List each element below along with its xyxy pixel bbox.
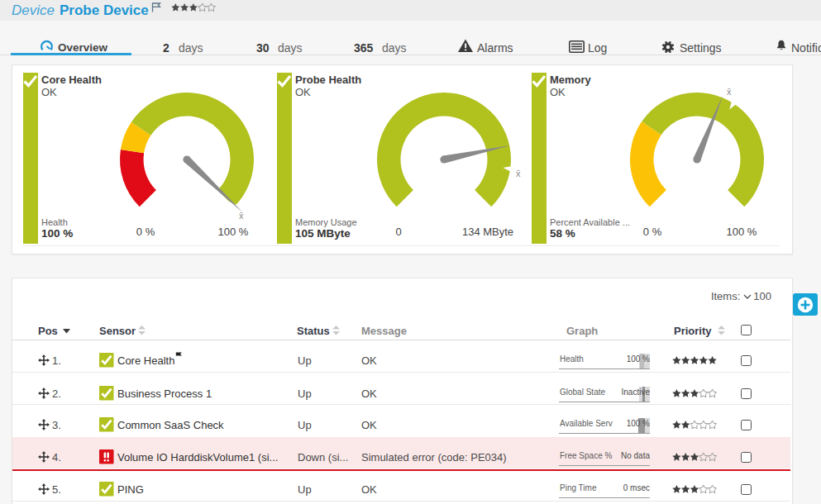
svg-text:x̄: x̄ xyxy=(239,211,244,221)
svg-text:x̄: x̄ xyxy=(727,87,732,97)
svg-text:x̄: x̄ xyxy=(516,169,521,178)
